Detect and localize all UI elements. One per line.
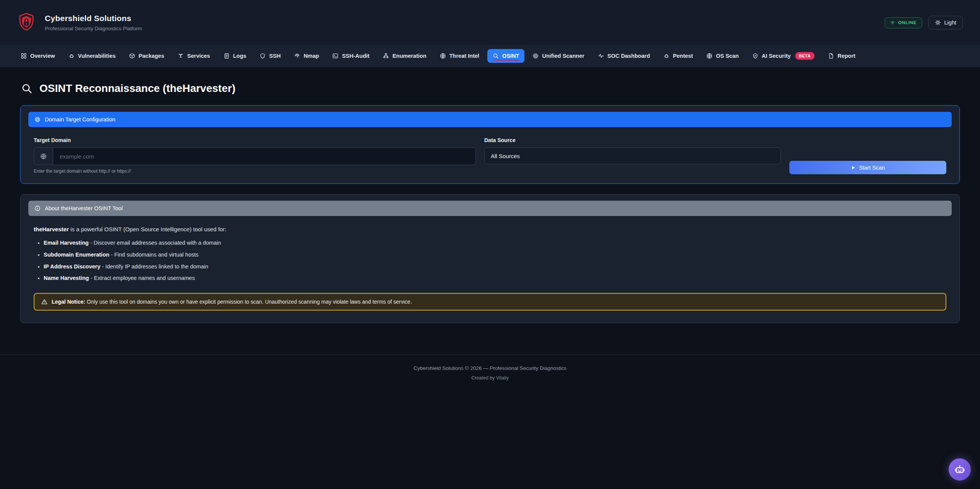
data-source-select[interactable]: All Sources — [484, 147, 781, 164]
shield-check-icon — [752, 53, 758, 59]
nav-item-label: AI Security — [762, 53, 791, 59]
bullet-desc: - Find subdomains and virtual hosts — [109, 252, 199, 258]
terminal-icon — [332, 53, 338, 59]
nav-item-label: OS Scan — [716, 53, 739, 59]
about-bullet-item: Name Harvesting - Extract employee names… — [44, 274, 952, 283]
status-badge: ONLINE — [885, 17, 922, 28]
config-card-header-label: Domain Target Configuration — [45, 116, 115, 123]
about-card-header-label: About theHarvester OSINT Tool — [45, 205, 122, 211]
app-header: Cybershield Solutions Professional Secur… — [0, 0, 980, 45]
nav-item-label: Threat Intel — [449, 53, 479, 59]
robot-icon — [954, 464, 965, 475]
nav-item-nmap[interactable]: Nmap — [289, 49, 324, 63]
nav-item-label: SSH-Audit — [342, 53, 369, 59]
target-domain-input-group — [34, 147, 476, 165]
nav-item-label: Vulnerabilities — [78, 53, 116, 59]
radar-icon — [294, 53, 300, 59]
legal-notice-bold: Legal Notice: — [52, 299, 85, 305]
globe-icon — [440, 53, 446, 59]
warning-icon — [41, 299, 47, 305]
target-domain-helper: Enter the target domain without http:// … — [34, 168, 476, 174]
app-subtitle: Professional Security Diagnostics Platfo… — [45, 26, 142, 31]
nav-item-ssh-audit[interactable]: SSH-Audit — [327, 49, 375, 63]
search-icon — [21, 83, 33, 94]
nav-item-osint[interactable]: OSINT — [487, 49, 524, 63]
legal-notice-text: Legal Notice: Only use this tool on doma… — [52, 299, 412, 305]
start-scan-wrap: Start Scan — [789, 161, 946, 174]
data-source-label: Data Source — [484, 137, 781, 143]
data-source-selected-value: All Sources — [491, 153, 520, 159]
nav-item-label: Unified Scanner — [542, 53, 584, 59]
about-bullets: Email Harvesting - Discover email addres… — [44, 239, 952, 283]
activity-icon — [598, 53, 604, 59]
nav-item-logs[interactable]: Logs — [218, 49, 252, 63]
nav-item-ai-security[interactable]: AI Security BETA — [747, 48, 820, 64]
network-icon — [178, 53, 184, 59]
about-card-header: About theHarvester OSINT Tool — [28, 201, 952, 216]
file-icon — [828, 53, 834, 59]
about-card: About theHarvester OSINT Tool theHarvest… — [20, 194, 960, 323]
package-icon — [129, 53, 135, 59]
about-bullet-item: Subdomain Enumeration - Find subdomains … — [44, 251, 952, 259]
bullet-desc: - Extract employee names and usernames — [89, 275, 194, 281]
nav-item-packages[interactable]: Packages — [124, 49, 170, 63]
nav-item-soc-dashboard[interactable]: SOC Dashboard — [593, 49, 655, 63]
grid-icon — [21, 53, 27, 59]
nav-item-label: SSH — [269, 53, 281, 59]
target-domain-input[interactable] — [53, 148, 475, 165]
legal-notice: Legal Notice: Only use this tool on doma… — [34, 293, 946, 311]
app-title: Cybershield Solutions — [45, 14, 142, 23]
target-icon — [532, 53, 539, 59]
nav-item-label: Pentest — [673, 53, 693, 59]
theme-toggle-label: Light — [944, 20, 956, 26]
bullet-desc: - Discover email addresses associated wi… — [89, 240, 221, 246]
page-title-text: OSINT Reconnaissance (theHarvester) — [39, 82, 235, 95]
nav-item-pentest[interactable]: Pentest — [658, 49, 698, 63]
nav-item-label: Logs — [233, 53, 247, 59]
domain-config-card: Domain Target Configuration Target Domai… — [20, 105, 960, 184]
bullet-term: Name Harvesting — [44, 275, 89, 281]
footer-line1: Cybershield Solutions © 2026 — Professio… — [0, 365, 980, 371]
brand-text: Cybershield Solutions Professional Secur… — [45, 14, 142, 31]
bullet-desc: - Identify IP addresses linked to the do… — [100, 263, 208, 270]
nav-item-overview[interactable]: Overview — [15, 49, 60, 63]
sitemap-icon — [383, 53, 389, 59]
nav-item-label: OSINT — [502, 53, 519, 59]
theme-toggle-button[interactable]: Light — [928, 16, 963, 29]
nav-item-enumeration[interactable]: Enumeration — [377, 49, 432, 63]
bullet-term: Email Harvesting — [44, 240, 89, 246]
about-intro-rest: is a powerful OSINT (Open Source Intelli… — [69, 226, 227, 232]
brand: Cybershield Solutions Professional Secur… — [17, 12, 142, 33]
play-icon — [851, 165, 856, 170]
nav-item-unified-scanner[interactable]: Unified Scanner — [527, 49, 590, 63]
about-intro: theHarvester is a powerful OSINT (Open S… — [34, 226, 946, 232]
chatbot-fab-button[interactable] — [949, 458, 971, 481]
nav-item-label: Packages — [139, 53, 164, 59]
info-icon — [34, 205, 41, 211]
nav-item-report[interactable]: Report — [823, 49, 861, 63]
footer-line2: Created by Vitaliy — [0, 375, 980, 381]
start-scan-label: Start Scan — [859, 165, 885, 171]
search-icon — [493, 53, 499, 59]
nav-item-ssh[interactable]: SSH — [254, 49, 286, 63]
about-intro-bold: theHarvester — [34, 226, 69, 232]
page-title: OSINT Reconnaissance (theHarvester) — [21, 82, 959, 95]
sun-icon — [935, 20, 941, 26]
main-content: OSINT Reconnaissance (theHarvester) Doma… — [0, 82, 980, 323]
start-scan-button[interactable]: Start Scan — [789, 161, 946, 174]
nav-item-threat-intel[interactable]: Threat Intel — [434, 49, 485, 63]
target-domain-label: Target Domain — [34, 137, 476, 143]
nav-item-os-scan[interactable]: OS Scan — [701, 49, 744, 63]
nav-tabs: Overview Vulnerabilities Packages Servic… — [0, 45, 980, 67]
status-badge-label: ONLINE — [898, 20, 916, 25]
about-bullet-item: IP Address Discovery - Identify IP addre… — [44, 263, 952, 271]
footer: Cybershield Solutions © 2026 — Professio… — [0, 355, 980, 381]
nav-item-vulnerabilities[interactable]: Vulnerabilities — [63, 49, 121, 63]
config-form: Target Domain Data Source All Sources En… — [34, 137, 946, 174]
nav-item-label: Services — [187, 53, 210, 59]
wifi-icon — [890, 20, 895, 25]
globe-icon — [34, 148, 53, 165]
nav-item-label: Enumeration — [392, 53, 426, 59]
config-card-header: Domain Target Configuration — [28, 112, 952, 127]
nav-item-services[interactable]: Services — [172, 49, 216, 63]
